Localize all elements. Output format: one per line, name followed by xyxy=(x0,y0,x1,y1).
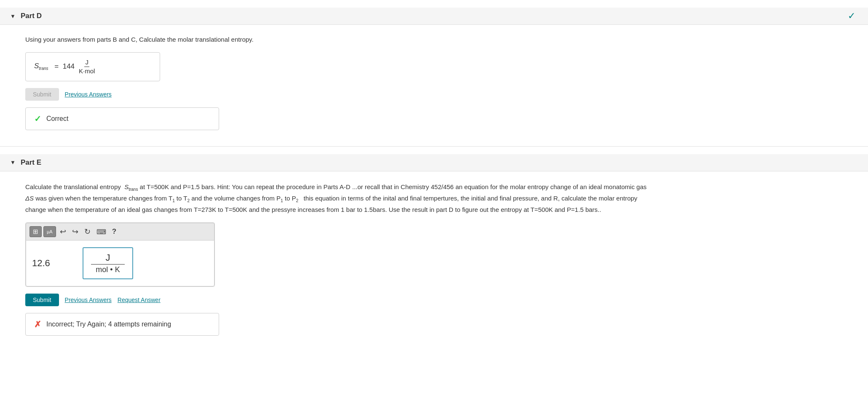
part-d-result-text: Correct xyxy=(46,115,68,123)
part-e-collapse-arrow[interactable]: ▼ xyxy=(10,159,16,166)
part-d-submit-button[interactable]: Submit xyxy=(25,88,59,101)
toolbar-refresh-btn[interactable]: ↻ xyxy=(82,226,93,238)
part-e-result-box: ✗ Incorrect; Try Again; 4 attempts remai… xyxy=(25,313,219,336)
part-d-section: ▼ Part D ✓ Using your answers from parts… xyxy=(0,0,868,147)
part-e-question-line2: ΔS was given when the temperature change… xyxy=(25,195,638,202)
part-d-unit-denominator: K·mol xyxy=(79,67,95,75)
part-e-math-input-area: 12.6 J mol • K xyxy=(26,240,214,286)
part-e-unit-box: J mol • K xyxy=(83,247,133,279)
part-e-title: Part E xyxy=(21,158,41,167)
part-e-button-row: Submit Previous Answers Request Answer xyxy=(25,294,843,306)
part-d-unit-numerator: J xyxy=(84,59,89,67)
part-e-unit-numerator: J xyxy=(91,252,125,265)
part-d-header: ▼ Part D ✓ xyxy=(0,8,868,25)
part-d-title: Part D xyxy=(21,12,42,20)
part-e-result-text: Incorrect; Try Again; 4 attempts remaini… xyxy=(46,321,171,328)
part-d-formula-subscript: trans xyxy=(39,67,48,71)
part-d-checkmark: ✓ xyxy=(848,11,855,21)
part-d-formula-box: Strans = 144 J K·mol xyxy=(25,52,160,81)
part-e-question-line3: change when the temperature of an ideal … xyxy=(25,206,601,213)
part-e-math-input-wrapper: ⊞ µA ↩ ↪ ↻ ⌨ ? 12.6 J mol • K xyxy=(25,222,215,287)
part-e-content: Calculate the translational entropy Stra… xyxy=(0,171,868,345)
page-container: ▼ Part D ✓ Using your answers from parts… xyxy=(0,0,868,352)
toolbar-undo-btn[interactable]: ↩ xyxy=(58,226,68,238)
part-e-request-answer-link[interactable]: Request Answer xyxy=(118,297,161,303)
toolbar-redo-btn[interactable]: ↪ xyxy=(70,226,80,238)
part-e-input-value[interactable]: 12.6 xyxy=(32,258,83,269)
part-d-content: Using your answers from parts B and C, C… xyxy=(0,25,868,139)
toolbar-help-btn[interactable]: ? xyxy=(110,226,118,237)
toolbar-keyboard-btn[interactable]: ⌨ xyxy=(94,227,108,237)
toolbar-grid-btn[interactable]: ⊞ xyxy=(29,226,42,237)
part-e-submit-button[interactable]: Submit xyxy=(25,294,59,306)
part-e-previous-answers-link[interactable]: Previous Answers xyxy=(65,297,112,303)
part-d-question: Using your answers from parts B and C, C… xyxy=(25,35,843,45)
part-d-result-box: ✓ Correct xyxy=(25,107,219,130)
part-e-math-toolbar: ⊞ µA ↩ ↪ ↻ ⌨ ? xyxy=(26,223,214,240)
part-d-previous-answers-link[interactable]: Previous Answers xyxy=(65,91,112,98)
part-e-incorrect-icon: ✗ xyxy=(34,319,41,329)
part-e-section: ▼ Part E Calculate the translational ent… xyxy=(0,147,868,352)
toolbar-format-btn[interactable]: µA xyxy=(43,226,56,237)
part-d-correct-icon: ✓ xyxy=(34,114,41,124)
part-e-unit-denominator: mol • K xyxy=(96,265,120,274)
part-d-button-row: Submit Previous Answers xyxy=(25,88,843,101)
part-e-header: ▼ Part E xyxy=(0,154,868,171)
part-d-unit: J K·mol xyxy=(79,59,95,75)
part-d-collapse-arrow[interactable]: ▼ xyxy=(10,13,16,19)
part-d-formula-variable: Strans xyxy=(34,62,48,71)
part-e-question-line1: Calculate the translational entropy Stra… xyxy=(25,183,647,190)
part-e-question: Calculate the translational entropy Stra… xyxy=(25,182,843,215)
part-d-equals: = 144 xyxy=(53,62,75,71)
